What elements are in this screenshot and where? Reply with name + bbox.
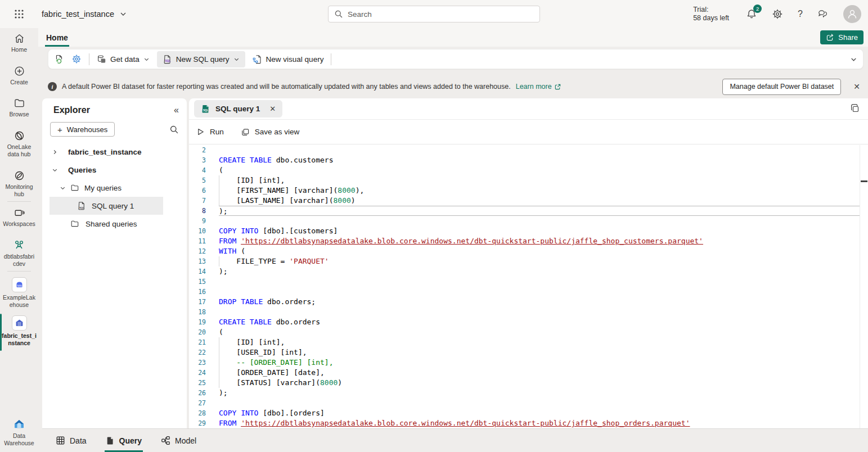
view-tab-model[interactable]: Model: [160, 429, 197, 452]
query-tab-sql-query-1[interactable]: SQL SQL query 1 ✕: [194, 100, 282, 117]
nav-create[interactable]: Create: [0, 65, 38, 86]
view-tab-data[interactable]: Data: [55, 429, 88, 452]
nav-data-warehouse[interactable]: Data Warehouse: [0, 417, 38, 447]
explorer-panel: Explorer « + Warehouses fabric_test_inst…: [42, 98, 187, 428]
nav-browse[interactable]: Browse: [0, 97, 38, 118]
code-line[interactable]: 11FROM 'https://dbtlabsynapsedatalake.bl…: [189, 236, 860, 246]
chevron-down-icon[interactable]: [50, 167, 59, 173]
query-settings-button[interactable]: [71, 54, 82, 64]
avatar[interactable]: [843, 5, 861, 23]
code-line[interactable]: 17DROP TABLE dbo.orders;: [189, 297, 860, 307]
chevron-right-icon[interactable]: [50, 149, 59, 155]
view-tab-query[interactable]: Query: [105, 429, 143, 452]
code-line[interactable]: 18: [189, 307, 860, 317]
collapse-panel-icon[interactable]: «: [174, 105, 179, 115]
sql-code-editor[interactable]: 23CREATE TABLE dbo.customers4(5 [ID] [in…: [189, 145, 860, 428]
tree-item-sql-query-1[interactable]: SQL SQL query 1: [50, 197, 163, 215]
code-line[interactable]: 4(: [189, 165, 860, 175]
line-number: 12: [189, 246, 206, 256]
get-data-button[interactable]: Get data: [97, 55, 150, 64]
code-line[interactable]: 23 -- [ORDER_DATE] [int],: [189, 358, 860, 368]
line-number: 5: [189, 175, 206, 186]
code-line[interactable]: 10COPY INTO [dbo].[customers]: [189, 226, 860, 236]
line-number: 13: [189, 256, 206, 266]
nav-onelake-data-hub[interactable]: OneLake data hub: [0, 130, 38, 158]
line-number: 27: [189, 398, 206, 408]
code-line[interactable]: 21 [ID] [int],: [189, 337, 860, 347]
nav-dbtlabsfabricdev-workspace[interactable]: dbtlabsfabri cdev: [0, 239, 38, 268]
nav-fabric-test-instance[interactable]: fabric_test_i nstance: [0, 315, 38, 347]
chevron-down-icon: [143, 56, 150, 62]
code-line[interactable]: 14);: [189, 266, 860, 277]
line-number: 17: [189, 297, 206, 307]
share-button[interactable]: Share: [820, 30, 863, 44]
learn-more-link[interactable]: Learn more: [516, 83, 561, 91]
refresh-button[interactable]: [54, 54, 64, 64]
ribbon-expand-chevron[interactable]: [850, 56, 857, 63]
code-line[interactable]: 13 FILE_TYPE = 'PARQUET': [189, 256, 860, 266]
code-line[interactable]: 27: [189, 398, 860, 408]
tree-item-queries[interactable]: Queries: [42, 161, 187, 179]
nav-workspaces[interactable]: Workspaces: [0, 207, 38, 228]
search-input[interactable]: Search: [328, 6, 540, 22]
banner-close-icon[interactable]: ✕: [853, 82, 860, 91]
new-sql-query-button[interactable]: SQL New SQL query: [157, 51, 245, 67]
code-line[interactable]: 15: [189, 277, 860, 287]
rail-divider: [7, 271, 31, 272]
line-number: 4: [189, 165, 206, 175]
gear-blue-icon: [71, 54, 82, 64]
toolbar-divider: [331, 53, 331, 65]
explorer-search-icon[interactable]: [169, 125, 179, 134]
copy-icon[interactable]: [850, 103, 860, 114]
file-refresh-icon: [54, 54, 64, 64]
dataset-info-banner: i A default Power BI dataset for faster …: [48, 78, 860, 95]
code-line[interactable]: 7 [LAST_NAME] [varchar](8000): [189, 196, 860, 206]
view-switcher-bar: Data Query Model: [42, 428, 868, 452]
save-as-view-button[interactable]: Save as view: [241, 128, 300, 137]
nav-home[interactable]: Home: [0, 33, 38, 53]
code-line[interactable]: 8);: [189, 206, 860, 216]
app-launcher-icon[interactable]: [12, 7, 26, 21]
plus-circle-icon: [14, 65, 25, 77]
tree-item-warehouse[interactable]: fabric_test_instance: [42, 143, 187, 161]
code-line[interactable]: 22 [USER_ID] [int],: [189, 347, 860, 358]
line-number: 11: [189, 236, 206, 246]
code-line[interactable]: 16: [189, 287, 860, 297]
tree-item-my-queries[interactable]: My queries: [42, 179, 187, 197]
code-line[interactable]: 19CREATE TABLE dbo.orders: [189, 317, 860, 327]
onelake-icon: [14, 130, 25, 142]
nav-example-lakehouse[interactable]: ExampleLak ehouse: [0, 277, 38, 309]
nav-monitoring-hub[interactable]: Monitoring hub: [0, 170, 38, 198]
scrollbar-mark[interactable]: [861, 180, 867, 182]
manage-dataset-button[interactable]: Manage default Power BI dataset: [722, 79, 841, 95]
workspace-selector[interactable]: fabric_test_instance: [42, 0, 127, 28]
code-line[interactable]: 5 [ID] [int],: [189, 175, 860, 186]
code-line[interactable]: 6 [FIRST_NAME] [varchar](8000),: [189, 186, 860, 196]
new-visual-query-button[interactable]: New visual query: [253, 55, 324, 64]
code-line[interactable]: 24 [ORDER_DATE] [date],: [189, 368, 860, 378]
chevron-down-icon: [233, 56, 240, 62]
notification-badge: 2: [753, 4, 762, 13]
tab-home[interactable]: Home: [45, 28, 69, 47]
line-number: 28: [189, 408, 206, 418]
settings-button[interactable]: [772, 8, 783, 20]
home-icon: [14, 33, 25, 44]
chevron-down-icon[interactable]: [58, 185, 67, 191]
workspace-name: fabric_test_instance: [42, 10, 114, 19]
code-line[interactable]: 26);: [189, 388, 860, 398]
add-warehouses-button[interactable]: + Warehouses: [50, 122, 115, 137]
code-line[interactable]: 25 [STATUS] [varchar](8000): [189, 378, 860, 388]
code-line[interactable]: 29FROM 'https://dbtlabsynapsedatalake.bl…: [189, 418, 860, 428]
tree-item-shared-queries[interactable]: Shared queries: [42, 215, 187, 233]
notifications-button[interactable]: 2: [746, 8, 757, 20]
code-line[interactable]: 2: [189, 145, 860, 155]
close-tab-icon[interactable]: ✕: [269, 105, 276, 113]
help-button[interactable]: ?: [798, 9, 803, 19]
run-button[interactable]: Run: [196, 128, 224, 136]
code-line[interactable]: 20(: [189, 327, 860, 337]
code-line[interactable]: 28COPY INTO [dbo].[orders]: [189, 408, 860, 418]
code-line[interactable]: 3CREATE TABLE dbo.customers: [189, 155, 860, 165]
code-line[interactable]: 9: [189, 216, 860, 226]
feedback-button[interactable]: [817, 8, 829, 20]
code-line[interactable]: 12WITH (: [189, 246, 860, 256]
